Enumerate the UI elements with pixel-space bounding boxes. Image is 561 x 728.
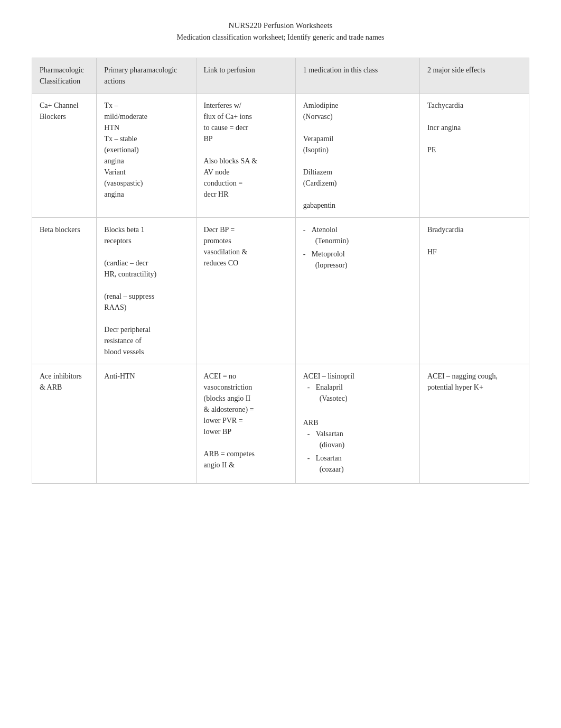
- header-col-sideeffects: 2 major side effects: [419, 58, 529, 94]
- row1-medication: Amlodipine (Norvasc) Verapamil (Isoptin)…: [295, 94, 419, 218]
- row3-classification: Ace inhibitors & ARB: [32, 364, 97, 484]
- table-row: Ace inhibitors & ARB Anti-HTN ACEI = no …: [32, 364, 529, 484]
- row1-actions: Tx – mild/moderate HTN Tx – stable (exer…: [97, 94, 196, 218]
- row3-perfusion: ACEI = no vasoconstriction (blocks angio…: [196, 364, 295, 484]
- table-row: Ca+ Channel Blockers Tx – mild/moderate …: [32, 94, 529, 218]
- row3-medication: ACEI – lisinopril Enalapril (Vasotec) AR…: [295, 364, 419, 484]
- table-header-row: Pharmacologic Classification Primary pha…: [32, 58, 529, 94]
- row2-actions: Blocks beta 1 receptors (cardiac – decr …: [97, 218, 196, 364]
- main-table: Pharmacologic Classification Primary pha…: [32, 58, 529, 484]
- row1-classification: Ca+ Channel Blockers: [32, 94, 97, 218]
- row2-classification: Beta blockers: [32, 218, 97, 364]
- header-col-classification: Pharmacologic Classification: [32, 58, 97, 94]
- row1-perfusion: Interferes w/ flux of Ca+ ions to cause …: [196, 94, 295, 218]
- row3-actions: Anti-HTN: [97, 364, 196, 484]
- header-col-medication: 1 medication in this class: [295, 58, 419, 94]
- page-title: NURS220 Perfusion Worksheets: [32, 21, 529, 30]
- row1-sideeffects: Tachycardia Incr angina PE: [419, 94, 529, 218]
- table-row: Beta blockers Blocks beta 1 receptors (c…: [32, 218, 529, 364]
- row2-sideeffects: Bradycardia HF: [419, 218, 529, 364]
- row2-perfusion: Decr BP = promotes vasodilation & reduce…: [196, 218, 295, 364]
- row2-medication: Atenolol (Tenormin) Metoprolol (lopresso…: [295, 218, 419, 364]
- row3-sideeffects: ACEI – nagging cough, potential hyper K+: [419, 364, 529, 484]
- page-subtitle: Medication classification worksheet; Ide…: [32, 33, 529, 42]
- header-col-actions: Primary pharamacologic actions: [97, 58, 196, 94]
- header-col-perfusion: Link to perfusion: [196, 58, 295, 94]
